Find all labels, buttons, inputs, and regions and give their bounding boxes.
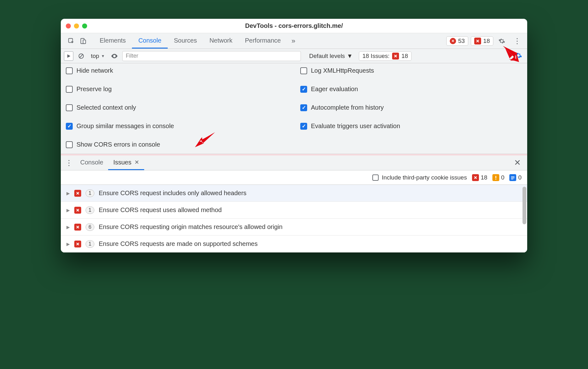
checkbox-group-similar[interactable]: Group similar messages in console (66, 122, 288, 130)
error-count: 53 (458, 38, 465, 44)
issues-list: ▶ 1 Ensure CORS request includes only al… (61, 185, 527, 252)
tabs-overflow-button[interactable]: » (287, 37, 300, 45)
tab-performance[interactable]: Performance (239, 33, 287, 49)
issues-label: 18 Issues: (362, 53, 390, 60)
issues-red-icon (392, 53, 399, 60)
titlebar: DevTools - cors-errors.glitch.me/ (61, 19, 527, 33)
drawer-tab-issues[interactable]: Issues ✕ (108, 155, 144, 170)
issue-row[interactable]: ▶ 1 Ensure CORS request includes only al… (61, 185, 527, 202)
device-toggle-icon[interactable] (77, 35, 89, 47)
issue-title: Ensure CORS request includes only allowe… (99, 190, 246, 197)
clear-console-icon[interactable] (76, 51, 86, 61)
log-level-label: Default levels (309, 53, 345, 60)
close-tab-icon[interactable]: ✕ (134, 159, 139, 166)
checkbox-user-activation[interactable]: Evaluate triggers user activation (300, 122, 522, 130)
issues-count: 18 (402, 53, 408, 60)
issue-title: Ensure CORS requests are made on support… (99, 240, 258, 247)
issue-count: 6 (86, 223, 94, 231)
window-title: DevTools - cors-errors.glitch.me/ (61, 22, 527, 29)
drawer-tab-console[interactable]: Console (75, 155, 108, 170)
console-filter-bar: top ▼ Default levels ▼ 18 Issues: 18 (61, 49, 527, 63)
issues-counter-button[interactable]: 18 Issues: 18 (359, 51, 412, 61)
message-count: 18 (483, 38, 490, 44)
message-count-badge[interactable]: 18 (471, 36, 493, 46)
svg-rect-5 (495, 176, 496, 178)
checkbox-preserve-log[interactable]: Preserve log (66, 86, 288, 93)
issue-row[interactable]: ▶ 1 Ensure CORS requests are made on sup… (61, 236, 527, 252)
issue-title: Ensure CORS request uses allowed method (99, 206, 222, 214)
checkbox-eager-eval[interactable]: Eager evaluation (300, 86, 522, 93)
console-settings-panel: Hide network Preserve log Selected conte… (61, 63, 527, 154)
issue-count: 1 (86, 240, 94, 248)
svg-point-4 (114, 55, 115, 57)
expand-icon: ▶ (66, 191, 70, 196)
svg-rect-7 (511, 176, 515, 177)
devtools-window: DevTools - cors-errors.glitch.me/ Elemen… (61, 19, 527, 252)
error-count-badge[interactable]: 53 (446, 36, 468, 46)
inspect-element-icon[interactable] (65, 35, 77, 47)
panel-tabs: Elements Console Sources Network Perform… (93, 33, 300, 49)
live-expression-icon[interactable] (110, 51, 119, 61)
drawer-menu-icon[interactable]: ⋮ (65, 159, 75, 167)
execution-play-icon[interactable] (64, 51, 73, 61)
filter-input[interactable] (122, 51, 301, 61)
kebab-menu-icon[interactable]: ⋮ (510, 37, 524, 45)
expand-icon: ▶ (66, 208, 70, 213)
tab-network[interactable]: Network (203, 33, 239, 49)
tab-elements[interactable]: Elements (93, 33, 132, 49)
log-level-selector[interactable]: Default levels ▼ (306, 53, 356, 60)
drawer-tabs: ⋮ Console Issues ✕ ✕ (61, 155, 527, 170)
issue-title: Ensure CORS requesting origin matches re… (99, 223, 282, 231)
context-label: top (91, 53, 99, 60)
issues-toolbar: Include third-party cookie issues 18 0 0 (61, 170, 527, 185)
error-bubble-icon (74, 207, 81, 214)
error-bubble-icon (472, 174, 479, 181)
count-info[interactable]: 0 (509, 174, 522, 181)
context-selector[interactable]: top ▼ (89, 53, 107, 60)
error-bubble-icon (74, 241, 81, 247)
chevron-down-icon: ▼ (101, 54, 105, 58)
main-toolbar: Elements Console Sources Network Perform… (61, 33, 527, 49)
scrollbar[interactable] (522, 187, 526, 224)
checkbox-hide-network[interactable]: Hide network (66, 67, 288, 74)
checkbox-log-xhr[interactable]: Log XMLHttpRequests (300, 67, 522, 74)
svg-rect-6 (495, 179, 496, 179)
traffic-lights (66, 23, 87, 29)
checkbox-show-cors[interactable]: Show CORS errors in console (66, 141, 288, 148)
error-bubble-icon (74, 224, 81, 231)
error-bubble-icon (74, 190, 81, 197)
svg-rect-8 (511, 178, 515, 178)
warning-bubble-icon (492, 174, 499, 181)
tab-sources[interactable]: Sources (168, 33, 203, 49)
tab-console[interactable]: Console (132, 33, 167, 49)
checkbox-autocomplete-history[interactable]: Autocomplete from history (300, 104, 522, 111)
checkbox-include-3p-cookies[interactable]: Include third-party cookie issues (372, 174, 467, 181)
count-errors[interactable]: 18 (472, 174, 487, 181)
settings-gear-icon[interactable] (496, 35, 508, 47)
count-warnings[interactable]: 0 (492, 174, 505, 181)
svg-rect-9 (511, 179, 513, 179)
issue-row[interactable]: ▶ 1 Ensure CORS request uses allowed met… (61, 202, 527, 219)
expand-icon: ▶ (66, 242, 70, 247)
checkbox-selected-context[interactable]: Selected context only (66, 104, 288, 111)
message-icon (474, 38, 481, 44)
chevron-down-icon: ▼ (347, 53, 353, 60)
info-bubble-icon (509, 174, 516, 181)
svg-rect-2 (83, 40, 86, 44)
issue-counts: 18 0 0 (472, 174, 522, 181)
close-window-button[interactable] (66, 23, 71, 29)
issue-count: 1 (86, 206, 94, 214)
expand-icon: ▶ (66, 225, 70, 230)
error-icon (450, 38, 456, 44)
issue-count: 1 (86, 190, 94, 197)
minimize-window-button[interactable] (74, 23, 79, 29)
issue-row[interactable]: ▶ 6 Ensure CORS requesting origin matche… (61, 219, 527, 236)
console-settings-gear-icon[interactable] (513, 52, 524, 60)
close-drawer-icon[interactable]: ✕ (512, 158, 523, 168)
maximize-window-button[interactable] (82, 23, 87, 29)
